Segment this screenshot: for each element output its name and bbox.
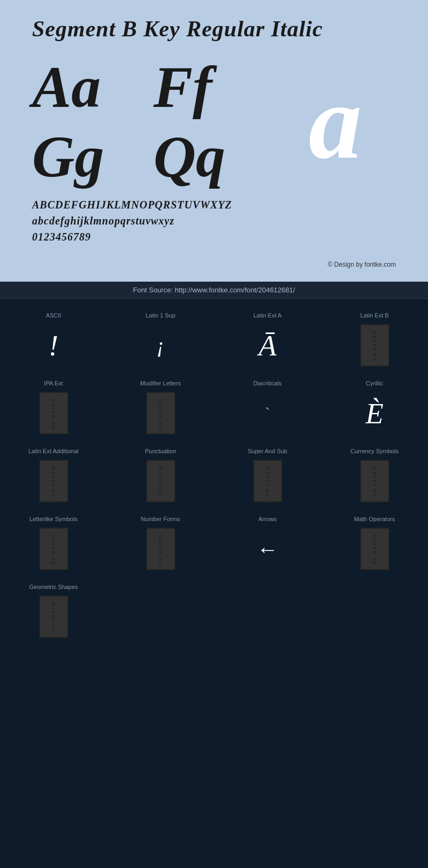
category-label-arrows: Arrows [258, 516, 277, 522]
no-glyph-text: NO GLYPH [40, 529, 67, 569]
glyph-cell-math_operators: Math OperatorsNO GLYPH [321, 508, 428, 576]
glyph-column-right: a [274, 52, 396, 191]
glyph-cell-ascii: ASCII! [0, 304, 107, 372]
glyph-display-modifier_letters: NO GLYPH [142, 392, 179, 435]
category-label-latin_ext_add: Latin Ext Additional [28, 448, 79, 454]
no-glyph-badge: NO GLYPH [360, 528, 389, 570]
glyph-display-arrows: ← [249, 528, 286, 570]
featured-glyph: a [309, 63, 362, 181]
glyph-aa: Aa [32, 52, 154, 122]
category-label-ascii: ASCII [46, 312, 62, 319]
no-glyph-badge: NO GLYPH [146, 392, 175, 435]
no-glyph-badge: NO GLYPH [253, 460, 282, 502]
uppercase-line: ABCDEFGHIJKLMNOPQRSTUVWXYZ [32, 197, 396, 213]
glyph-ff: Ff [154, 52, 275, 122]
glyph-display-currency_symbols: NO GLYPH [356, 460, 393, 502]
category-label-latin1sup: Latin 1 Sup [146, 312, 175, 319]
no-glyph-text: NO GLYPH [147, 461, 174, 501]
glyph-cell-currency_symbols: Currency SymbolsNO GLYPH [321, 440, 428, 508]
glyph-char-arrows: ← [257, 537, 278, 562]
glyph-display-geometric_shapes: NO GLYPH [35, 595, 72, 638]
glyph-char-latin_ext_a: Ā [258, 329, 277, 362]
glyph-preview-grid: Aa Gg Ff Qq a [32, 52, 396, 191]
category-label-super_and_sub: Super And Sub [248, 448, 287, 454]
no-glyph-text: NO GLYPH [254, 461, 281, 501]
glyph-display-latin_ext_add: NO GLYPH [35, 460, 72, 502]
glyph-cell-letterlike_symbols: Letterlike SymbolsNO GLYPH [0, 508, 107, 576]
glyph-display-latin1sup: ¡ [142, 324, 179, 367]
category-label-geometric_shapes: Geometric Shapes [29, 584, 78, 590]
no-glyph-text: NO GLYPH [40, 393, 67, 433]
glyph-display-number_forms: NO GLYPH [142, 528, 179, 570]
no-glyph-badge: NO GLYPH [146, 460, 175, 502]
category-label-cyrillic: Cyrillic [366, 380, 383, 386]
category-label-latin_ext_a: Latin Ext A [254, 312, 282, 319]
glyph-display-letterlike_symbols: NO GLYPH [35, 528, 72, 570]
glyph-cell-latin1sup: Latin 1 Sup¡ [107, 304, 214, 372]
category-label-number_forms: Number Forms [141, 516, 180, 522]
category-label-ipa_ext: IPA Ext [44, 380, 63, 386]
glyph-cell-punctuation: PunctuationNO GLYPH [107, 440, 214, 508]
no-glyph-badge: NO GLYPH [146, 528, 175, 570]
no-glyph-text: NO GLYPH [147, 393, 174, 433]
no-glyph-badge: NO GLYPH [39, 392, 68, 435]
no-glyph-text: NO GLYPH [361, 461, 388, 501]
glyph-cell-ipa_ext: IPA ExtNO GLYPH [0, 372, 107, 440]
glyphs-section: ASCII!Latin 1 Sup¡Latin Ext AĀLatin Ext … [0, 299, 428, 654]
numbers-line: 0123456789 [32, 229, 396, 245]
copyright: © Design by fontke.com [32, 255, 396, 271]
category-label-latin_ext_b: Latin Ext B [360, 312, 388, 319]
category-label-math_operators: Math Operators [354, 516, 395, 522]
glyph-cell-geometric_shapes: Geometric ShapesNO GLYPH [0, 576, 107, 644]
no-glyph-text: NO GLYPH [147, 529, 174, 569]
glyph-cell-diacriticals: Diacriticals` [214, 372, 321, 440]
alphabet-section: ABCDEFGHIJKLMNOPQRSTUVWXYZ abcdefghijklm… [32, 197, 396, 255]
glyph-cell-number_forms: Number FormsNO GLYPH [107, 508, 214, 576]
glyph-display-super_and_sub: NO GLYPH [249, 460, 286, 502]
glyph-display-diacriticals: ` [249, 392, 286, 435]
category-label-letterlike_symbols: Letterlike Symbols [29, 516, 78, 522]
glyph-qq: Qq [154, 122, 275, 191]
glyph-display-latin_ext_b: NO GLYPH [356, 324, 393, 367]
lowercase-line: abcdefghijklmnopqrstuvwxyz [32, 213, 396, 229]
glyph-cell-latin_ext_a: Latin Ext AĀ [214, 304, 321, 372]
category-label-diacriticals: Diacriticals [253, 380, 281, 386]
no-glyph-badge: NO GLYPH [39, 595, 68, 638]
glyph-display-latin_ext_a: Ā [249, 324, 286, 367]
no-glyph-text: NO GLYPH [40, 461, 67, 501]
glyph-char-cyrillic: È [365, 397, 384, 430]
no-glyph-text: NO GLYPH [361, 529, 388, 569]
no-glyph-text: NO GLYPH [40, 596, 67, 637]
source-bar: Font Source: http://www.fontke.com/font/… [0, 282, 428, 299]
glyph-cell-modifier_letters: Modifier LettersNO GLYPH [107, 372, 214, 440]
glyph-cell-super_and_sub: Super And SubNO GLYPH [214, 440, 321, 508]
preview-section: Segment B Key Regular Italic Aa Gg Ff Qq… [0, 0, 428, 282]
glyph-char-diacriticals: ` [265, 404, 270, 422]
glyph-cell-arrows: Arrows← [214, 508, 321, 576]
no-glyph-badge: NO GLYPH [360, 324, 389, 367]
glyph-cell-latin_ext_b: Latin Ext BNO GLYPH [321, 304, 428, 372]
glyph-char-ascii: ! [49, 329, 58, 362]
no-glyph-badge: NO GLYPH [39, 528, 68, 570]
glyph-display-ipa_ext: NO GLYPH [35, 392, 72, 435]
no-glyph-badge: NO GLYPH [360, 460, 389, 502]
glyph-display-punctuation: NO GLYPH [142, 460, 179, 502]
no-glyph-badge: NO GLYPH [39, 460, 68, 502]
glyph-column-left: Aa Gg [32, 52, 154, 191]
category-label-currency_symbols: Currency Symbols [350, 448, 399, 454]
glyph-display-cyrillic: È [356, 392, 393, 435]
no-glyph-text: NO GLYPH [361, 325, 388, 366]
font-title: Segment B Key Regular Italic [32, 16, 396, 42]
glyph-display-ascii: ! [35, 324, 72, 367]
glyph-category-grid: ASCII!Latin 1 Sup¡Latin Ext AĀLatin Ext … [0, 304, 428, 644]
glyph-column-mid: Ff Qq [154, 52, 275, 191]
glyph-cell-latin_ext_add: Latin Ext AdditionalNO GLYPH [0, 440, 107, 508]
glyph-char-latin1sup: ¡ [156, 333, 165, 358]
glyph-cell-cyrillic: CyrillicÈ [321, 372, 428, 440]
category-label-modifier_letters: Modifier Letters [140, 380, 181, 386]
category-label-punctuation: Punctuation [145, 448, 176, 454]
glyph-gg: Gg [32, 122, 154, 191]
glyph-display-math_operators: NO GLYPH [356, 528, 393, 570]
